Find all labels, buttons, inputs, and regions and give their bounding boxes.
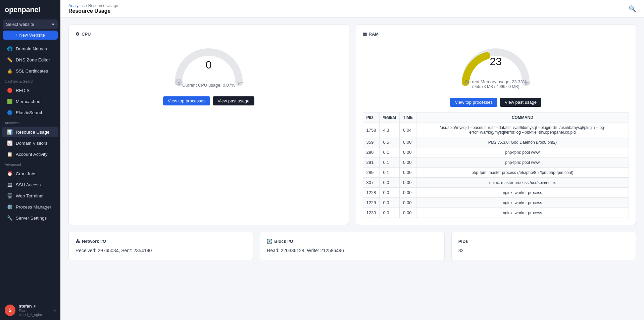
ram-btn-row: View top processes View past usage	[363, 98, 629, 107]
sidebar-item-label: Memcached	[16, 99, 41, 104]
cell-time: 0:00	[400, 208, 416, 218]
sidebar-section-advanced-label: Advanced	[0, 160, 60, 168]
breadcrumb-separator: ›	[86, 3, 87, 8]
cell-mem: 0.1	[380, 168, 400, 178]
col-pid: PID	[363, 112, 380, 123]
ram-usage-detail: (955.73 MB / 4096.00 MB)	[472, 84, 519, 89]
network-io-value: Received: 29765034, Sent: 2354190	[76, 248, 246, 253]
header-left: Analytics › Resource Usage Resource Usag…	[68, 3, 118, 14]
table-row: 307 0.0 0:00 nginx: master process /usr/…	[363, 178, 629, 188]
table-row: 289 0.1 0:00 php-fpm: master process (/e…	[363, 168, 629, 178]
edit-icon: ✏️	[7, 57, 13, 62]
cell-time: 0:00	[400, 147, 416, 157]
new-website-button[interactable]: + New Website	[3, 31, 58, 40]
cell-command: nginx: master process /usr/sbin/nginx	[416, 178, 629, 188]
external-link-icon: ↗	[33, 305, 36, 308]
cell-time: 0:00	[400, 188, 416, 198]
table-row: 290 0.1 0:00 php-fpm: pool www	[363, 147, 629, 157]
cell-pid: 1230	[363, 208, 380, 218]
sidebar-item-label: SSH Access	[16, 182, 41, 187]
ram-card-title: ▦ RAM	[363, 32, 629, 37]
sidebar-item-domain-visitors[interactable]: 📈 Domain Visitors	[2, 138, 58, 148]
cell-command: /usr/sbin/mysqld --basedir=/usr --datadi…	[416, 123, 629, 137]
search-icon[interactable]: 🔍	[629, 5, 636, 12]
metrics-row: ⚙ CPU 0 100 0 Current CPU usag	[68, 25, 636, 225]
avatar: S	[5, 305, 15, 316]
sidebar-section-advanced: Advanced ⏰ Cron Jobs 💻 SSH Access 🖥️ Web…	[0, 160, 60, 224]
sidebar-section-analytics: Analytics 📊 Resource Usage 📈 Domain Visi…	[0, 118, 60, 160]
sidebar-section-main: 🌐 Domain Names ✏️ DNS Zone Editor 🔒 SSL …	[0, 43, 60, 77]
ram-gauge-container: 0 100 23 Current Memory usage: 23.33% (9…	[363, 42, 629, 92]
cpu-btn-row: View top processes View past usage	[76, 96, 342, 105]
cell-mem: 4.3	[380, 123, 400, 137]
user-info: stefan ↗ Plan: cloud_4_nginx	[19, 304, 50, 317]
sidebar-item-label: Domain Visitors	[16, 141, 47, 146]
sidebar-section-caching: Caching & Search 🔴 REDIS 🟩 Memcached 🔵 E…	[0, 77, 60, 118]
sidebar-user-section: S stefan ↗ Plan: cloud_4_nginx ‹	[0, 300, 60, 320]
cell-pid: 1758	[363, 123, 380, 137]
cell-mem: 0.0	[380, 208, 400, 218]
sidebar-item-label: Server Settings	[16, 216, 47, 221]
cpu-icon: ⚙	[76, 32, 80, 37]
cell-mem: 0.1	[380, 157, 400, 168]
table-row: 1230 0.0 0:00 nginx: worker process	[363, 208, 629, 218]
col-mem: %MEM	[380, 112, 400, 123]
sidebar-item-label: Account Activity	[16, 152, 48, 157]
sidebar-item-resource-usage[interactable]: 📊 Resource Usage	[2, 127, 58, 137]
ram-usage-label: Current Memory usage: 23.33%	[465, 79, 527, 84]
cpu-card-title: ⚙ CPU	[76, 32, 342, 37]
lock-icon: 🔒	[7, 68, 13, 74]
pids-title: PIDs	[458, 239, 629, 244]
sidebar-item-cron-jobs[interactable]: ⏰ Cron Jobs	[2, 168, 58, 179]
sidebar-item-ssh-access[interactable]: 💻 SSH Access	[2, 179, 58, 190]
sidebar-item-elasticsearch[interactable]: 🔵 ElasticSearch	[2, 107, 58, 118]
cpu-view-top-processes-button[interactable]: View top processes	[163, 96, 210, 105]
cell-mem: 0.1	[380, 147, 400, 157]
cell-time: 0:00	[400, 157, 416, 168]
sidebar-item-server-settings[interactable]: 🔧 Server Settings	[2, 213, 58, 223]
cell-command: php-fpm: master process (/etc/php/8.2/fp…	[416, 168, 629, 178]
main-content: Analytics › Resource Usage Resource Usag…	[60, 0, 644, 320]
cell-pid: 359	[363, 137, 380, 147]
sidebar-item-process-manager[interactable]: ⚙️ Process Manager	[2, 201, 58, 212]
table-row: 1229 0.0 0:00 nginx: worker process	[363, 198, 629, 208]
sidebar-item-redis[interactable]: 🔴 REDIS	[2, 85, 58, 96]
cpu-gauge-container: 0 100 0 Current CPU usage: 0.07%	[76, 42, 342, 91]
cell-command: nginx: worker process	[416, 198, 629, 208]
sidebar-item-ssl-certificates[interactable]: 🔒 SSL Certificates	[2, 65, 58, 76]
user-name: stefan ↗	[19, 304, 50, 309]
sidebar-item-memcached[interactable]: 🟩 Memcached	[2, 96, 58, 107]
cell-mem: 0.0	[380, 188, 400, 198]
col-command: COMMAND	[416, 112, 629, 123]
sidebar-item-web-terminal[interactable]: 🖥️ Web Terminal	[2, 190, 58, 201]
cell-command: php-fpm: pool www	[416, 157, 629, 168]
sidebar: openpanel Select website ▾ + New Website…	[0, 0, 60, 320]
bottom-row: 🖧 Network I/O Received: 29765034, Sent: …	[68, 232, 636, 260]
cpu-card: ⚙ CPU 0 100 0 Current CPU usag	[68, 25, 349, 225]
ram-view-past-usage-button[interactable]: View past usage	[500, 98, 541, 107]
sidebar-item-dns-zone-editor[interactable]: ✏️ DNS Zone Editor	[2, 54, 58, 65]
visitors-icon: 📈	[7, 140, 13, 146]
cell-pid: 291	[363, 157, 380, 168]
sidebar-collapse-icon[interactable]: ‹	[54, 307, 56, 313]
breadcrumb-analytics[interactable]: Analytics	[68, 3, 85, 8]
sidebar-item-domain-names[interactable]: 🌐 Domain Names	[2, 43, 58, 54]
disk-icon: 💽	[267, 239, 272, 244]
sidebar-item-label: Cron Jobs	[16, 171, 37, 176]
cpu-view-past-usage-button[interactable]: View past usage	[213, 96, 254, 105]
chevron-down-icon: ▾	[52, 22, 54, 27]
sidebar-item-account-activity[interactable]: 📋 Account Activity	[2, 149, 58, 159]
process-table-body: 1758 4.3 0:04 /usr/sbin/mysqld --basedir…	[363, 123, 629, 218]
cell-pid: 1228	[363, 188, 380, 198]
breadcrumb: Analytics › Resource Usage	[68, 3, 118, 8]
redis-icon: 🔴	[7, 88, 13, 93]
ram-view-top-processes-button[interactable]: View top processes	[450, 98, 497, 107]
sidebar-section-analytics-label: Analytics	[0, 118, 60, 126]
cell-command: PM2 v5.3.0: God Daemon (/root/.pm2)	[416, 137, 629, 147]
cell-time: 0:00	[400, 178, 416, 188]
chart-icon: 📊	[7, 129, 13, 135]
sidebar-select-website[interactable]: Select website ▾	[3, 19, 58, 29]
ram-card: ▦ RAM 0 100 23	[356, 25, 636, 225]
block-io-title: 💽 Block I/O	[267, 239, 437, 244]
user-plan: Plan: cloud_4_nginx	[19, 309, 50, 317]
